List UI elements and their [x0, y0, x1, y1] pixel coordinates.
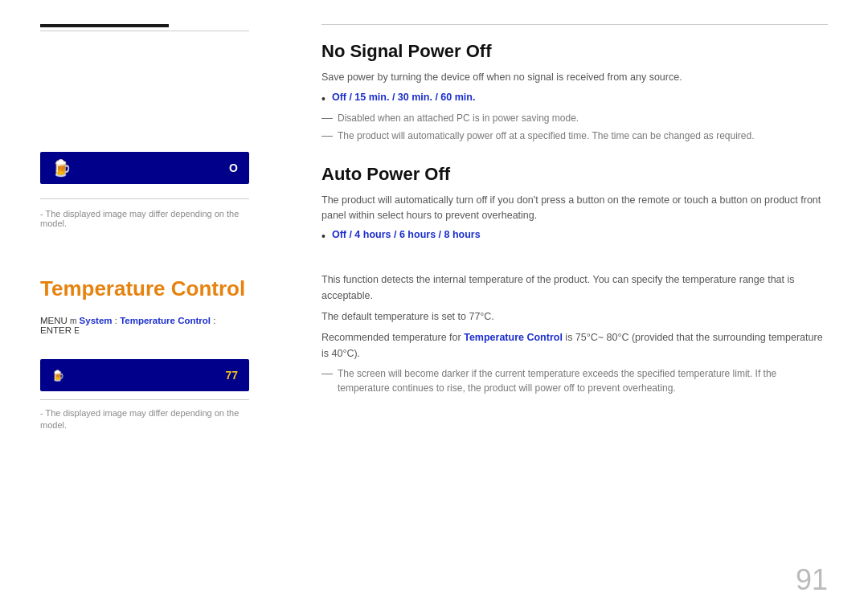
- dash-symbol-2: —: [321, 129, 333, 142]
- note-1: - The displayed image may differ dependi…: [40, 209, 249, 228]
- bullet-dot-1: •: [321, 92, 326, 106]
- screen-icon-2: 🍺: [51, 370, 64, 382]
- menu-path: MENU m System : Temperature Control : EN…: [40, 316, 249, 335]
- temp-desc-1: This function detects the internal tempe…: [321, 272, 828, 304]
- temp-title: Temperature Control: [40, 276, 249, 301]
- no-signal-dash-1: — Disabled when an attached PC is in pow…: [321, 111, 828, 125]
- temp-section-left: Temperature Control MENU m System : Temp…: [40, 276, 249, 431]
- no-signal-dash-text-1: Disabled when an attached PC is in power…: [338, 111, 579, 125]
- right-column: No Signal Power Off Save power by turnin…: [273, 0, 868, 613]
- no-signal-dash-text-2: The product will automatically power off…: [338, 129, 755, 143]
- no-signal-title: No Signal Power Off: [321, 41, 828, 62]
- menu-m: m: [70, 317, 76, 325]
- screen-demo-1: 🍺 O: [40, 152, 249, 184]
- no-signal-section: No Signal Power Off Save power by turnin…: [321, 41, 828, 146]
- no-signal-dash-2: — The product will automatically power o…: [321, 129, 828, 143]
- no-signal-bullet: • Off / 15 min. / 30 min. / 60 min.: [321, 92, 828, 106]
- menu-e: E: [74, 326, 80, 335]
- temp-desc-3-prefix: Recommended temperature for: [321, 332, 464, 343]
- temp-dash-text: The screen will become darker if the cur…: [338, 366, 828, 395]
- auto-power-section: Auto Power Off The product will automati…: [321, 164, 828, 249]
- left-column: 🍺 O - The displayed image may differ dep…: [0, 0, 273, 613]
- screen-icon-1: 🍺: [51, 158, 72, 178]
- temp-dash: — The screen will become darker if the c…: [321, 366, 828, 395]
- screen-demo-2: 🍺 77: [40, 359, 249, 391]
- top-bar-container: [321, 24, 828, 25]
- divider-1: [40, 198, 249, 199]
- temp-desc-3-highlight: Temperature Control: [464, 332, 563, 343]
- bullet-dot-2: •: [321, 229, 326, 243]
- menu-prefix: MENU: [40, 316, 70, 325]
- auto-power-bullet-text: Off / 4 hours / 6 hours / 8 hours: [332, 229, 481, 240]
- dash-symbol-3: —: [321, 366, 333, 380]
- screen-value-2: 77: [225, 369, 238, 382]
- dash-symbol-1: —: [321, 111, 333, 125]
- menu-temp-control: Temperature Control: [120, 316, 211, 325]
- note-2: - The displayed image may differ dependi…: [40, 408, 239, 430]
- top-bar-divider: [40, 31, 249, 31]
- auto-power-title: Auto Power Off: [321, 164, 828, 185]
- top-bar-left: [40, 24, 169, 27]
- page-number: 91: [796, 563, 828, 597]
- menu-system: System: [80, 316, 113, 325]
- screen-value-1: O: [229, 161, 238, 174]
- temp-desc-3: Recommended temperature for Temperature …: [321, 329, 828, 362]
- auto-power-desc: The product will automatically turn off …: [321, 193, 828, 223]
- no-signal-bullet-text: Off / 15 min. / 30 min. / 60 min.: [332, 92, 476, 103]
- divider-2: [40, 399, 249, 400]
- temp-right-section: This function detects the internal tempe…: [321, 272, 828, 395]
- temp-desc-2: The default temperature is set to 77°C.: [321, 309, 828, 325]
- no-signal-desc: Save power by turning the device off whe…: [321, 70, 828, 85]
- auto-power-bullet: • Off / 4 hours / 6 hours / 8 hours: [321, 229, 828, 243]
- top-bar-full: [321, 24, 828, 25]
